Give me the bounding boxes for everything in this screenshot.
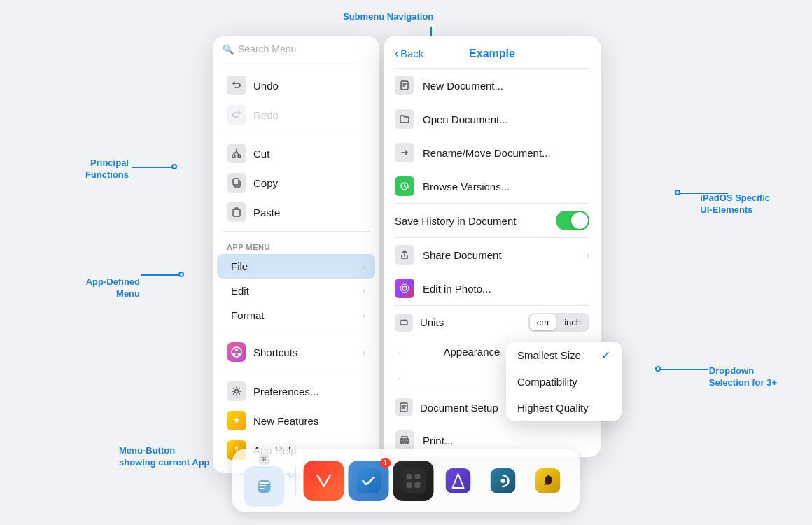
units-cm-btn[interactable]: cm bbox=[530, 314, 556, 330]
svg-point-15 bbox=[402, 286, 407, 290]
units-row: Units cm inch bbox=[384, 306, 601, 339]
menu-item-preferences[interactable]: Preferences... bbox=[217, 377, 375, 406]
submenu-title: Example bbox=[469, 48, 515, 60]
optimize-bullet: · bbox=[395, 372, 400, 384]
units-icon bbox=[395, 314, 413, 332]
preferences-icon bbox=[227, 382, 246, 401]
new-features-icon bbox=[227, 411, 246, 430]
menu-item-paste[interactable]: Paste bbox=[217, 197, 375, 227]
app-menu-format[interactable]: Format › bbox=[217, 303, 375, 328]
shortcuts-item[interactable]: Shortcuts › bbox=[217, 337, 375, 368]
undo-label: Undo bbox=[253, 80, 279, 92]
dock-darkroom-app[interactable] bbox=[483, 461, 524, 501]
annotation-dropdown-dot bbox=[655, 366, 661, 372]
annotation-menu-btn: Menu-Button showing current App bbox=[119, 433, 210, 469]
svg-rect-23 bbox=[401, 468, 426, 493]
svg-rect-26 bbox=[407, 482, 412, 488]
annotation-dropdown: Dropdown Selection for 3+ bbox=[709, 354, 777, 389]
menu-button-wrap: ⌘ bbox=[242, 454, 287, 507]
dropdown-option-quality[interactable]: Highest Quality bbox=[506, 395, 622, 421]
units-inch-btn[interactable]: inch bbox=[557, 314, 588, 330]
annotation-dropdown-line bbox=[659, 369, 708, 370]
annotation-appdef-dot bbox=[178, 272, 184, 277]
edit-chevron: › bbox=[363, 286, 365, 296]
search-placeholder: Search Menu bbox=[238, 43, 296, 55]
submenu-edit-photo[interactable]: Edit in Photo... bbox=[384, 272, 601, 305]
divider-5 bbox=[223, 372, 370, 372]
file-label: File bbox=[231, 260, 248, 272]
submenu-new-document[interactable]: New Document... bbox=[384, 69, 601, 102]
doc-setup-label: Document Setup bbox=[420, 402, 498, 414]
submenu-browse-versions[interactable]: Browse Versions... bbox=[384, 169, 601, 203]
svg-rect-4 bbox=[233, 209, 240, 216]
new-doc-icon bbox=[395, 76, 414, 95]
dropdown-option-smallest[interactable]: Smallest Size ✓ bbox=[506, 342, 622, 369]
back-button[interactable]: ‹ Back bbox=[395, 46, 424, 61]
save-history-toggle[interactable] bbox=[556, 211, 589, 230]
shortcuts-left: Shortcuts bbox=[227, 342, 298, 362]
menu-panel: 🔍 Search Menu Undo Redo Cut bbox=[213, 36, 379, 473]
doc-setup-icon bbox=[395, 398, 413, 416]
svg-point-6 bbox=[235, 349, 238, 351]
svg-rect-27 bbox=[415, 482, 421, 488]
app-menu-edit[interactable]: Edit › bbox=[217, 279, 375, 303]
submenu-share-document[interactable]: Share Document › bbox=[384, 238, 601, 272]
current-app-icon[interactable] bbox=[244, 466, 285, 507]
paste-label: Paste bbox=[253, 206, 280, 218]
dropdown-popup: Smallest Size ✓ Compatibility Highest Qu… bbox=[506, 342, 622, 421]
menu-item-copy[interactable]: Copy bbox=[217, 168, 375, 197]
annotation-ipad-dot bbox=[675, 190, 680, 195]
versions-icon bbox=[395, 176, 414, 196]
dock-control-app[interactable] bbox=[393, 461, 434, 501]
file-chevron: › bbox=[363, 261, 365, 272]
svg-rect-18 bbox=[400, 403, 407, 412]
new-features-label: New Features bbox=[253, 415, 318, 427]
redo-label: Redo bbox=[253, 109, 279, 121]
cut-icon bbox=[227, 144, 246, 163]
search-icon: 🔍 bbox=[223, 44, 234, 55]
open-doc-icon bbox=[395, 109, 414, 129]
search-bar[interactable]: 🔍 Search Menu bbox=[213, 36, 379, 62]
dock-yoga-app[interactable] bbox=[528, 461, 568, 501]
edit-label: Edit bbox=[231, 285, 249, 297]
divider-2 bbox=[223, 134, 370, 134]
rename-icon bbox=[395, 143, 414, 162]
redo-icon bbox=[227, 105, 246, 125]
menu-item-new-features[interactable]: New Features bbox=[217, 406, 375, 435]
svg-rect-17 bbox=[400, 321, 407, 325]
svg-point-16 bbox=[400, 284, 409, 293]
divider-3 bbox=[223, 231, 370, 232]
annotation-ipad: iPadOS Specific UI-Elements bbox=[700, 181, 770, 216]
dock-vector-app[interactable] bbox=[304, 461, 344, 501]
annotation-appdef: App-Defined Menu bbox=[49, 265, 140, 300]
svg-rect-21 bbox=[312, 468, 337, 493]
copy-label: Copy bbox=[253, 177, 278, 189]
checkmark-icon: ✓ bbox=[601, 349, 610, 362]
back-label: Back bbox=[400, 48, 424, 59]
task-badge: 1 bbox=[380, 458, 391, 468]
svg-point-7 bbox=[233, 353, 236, 356]
share-chevron: › bbox=[587, 250, 589, 260]
submenu-rename[interactable]: Rename/Move Document... bbox=[384, 136, 601, 169]
svg-rect-22 bbox=[356, 468, 382, 493]
svg-rect-3 bbox=[233, 178, 239, 185]
dropdown-smallest-label: Smallest Size bbox=[517, 349, 581, 361]
dock-affinity-app[interactable] bbox=[438, 461, 479, 501]
save-history-label: Save History in Document bbox=[395, 215, 516, 227]
dropdown-compat-label: Compatibility bbox=[517, 376, 578, 388]
app-menu-file[interactable]: File › bbox=[217, 254, 375, 279]
svg-point-8 bbox=[238, 353, 241, 356]
shortcuts-icon bbox=[227, 342, 246, 362]
toggle-knob bbox=[571, 212, 588, 229]
svg-rect-25 bbox=[415, 474, 421, 479]
app-menu-section-label: APP MENU bbox=[213, 236, 379, 254]
menu-item-undo[interactable]: Undo bbox=[217, 71, 375, 100]
annotation-principal-dot bbox=[172, 164, 177, 169]
shortcuts-label: Shortcuts bbox=[253, 346, 298, 358]
menu-item-cut[interactable]: Cut bbox=[217, 139, 375, 168]
submenu-open-document[interactable]: Open Document... bbox=[384, 102, 601, 136]
dock-task-app[interactable]: 1 bbox=[349, 461, 389, 501]
dropdown-option-compat[interactable]: Compatibility bbox=[506, 369, 622, 395]
format-chevron: › bbox=[363, 310, 365, 321]
edit-photo-label: Edit in Photo... bbox=[423, 283, 491, 295]
